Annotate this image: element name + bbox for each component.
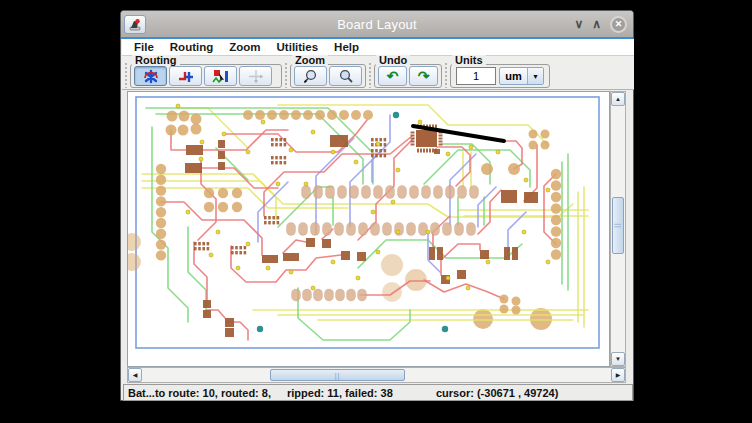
- undo-icon: ↶: [387, 69, 399, 83]
- toolbar-group-routing: Routing: [130, 64, 282, 88]
- maximize-button[interactable]: ∧: [592, 18, 601, 30]
- menu-utilities[interactable]: Utilities: [269, 41, 327, 53]
- toolbar-group-undo: Undo ↶ ↷: [374, 64, 442, 88]
- toolbar-group-zoom: Zoom: [290, 64, 366, 88]
- zoom-out-button[interactable]: [329, 66, 362, 86]
- menu-routing[interactable]: Routing: [162, 41, 221, 53]
- zoom-in-button[interactable]: [294, 66, 327, 86]
- units-value-field[interactable]: [456, 67, 496, 85]
- chevron-down-icon[interactable]: ▼: [527, 68, 543, 84]
- board-canvas[interactable]: [127, 91, 610, 367]
- window-title: Board Layout: [121, 17, 633, 32]
- vertical-scrollbar-thumb[interactable]: ||: [612, 197, 624, 254]
- toolbar-group-units: Units um ▼: [450, 64, 550, 88]
- scroll-right-button[interactable]: ▶: [611, 368, 625, 382]
- status-route-counts: Bat...to route: 10, routed: 8,: [128, 387, 271, 399]
- undo-button[interactable]: ↶: [378, 66, 407, 86]
- scroll-down-button[interactable]: ▼: [611, 352, 625, 366]
- toolbar-grip[interactable]: [124, 62, 129, 88]
- toolbar-grip[interactable]: [284, 62, 289, 88]
- toolbar-group-label: Undo: [376, 55, 410, 66]
- units-selected-value: um: [500, 68, 527, 84]
- menu-file[interactable]: File: [126, 41, 162, 53]
- close-button[interactable]: ✕: [610, 16, 627, 33]
- menu-help[interactable]: Help: [326, 41, 367, 53]
- vertical-scrollbar[interactable]: ▲ || ▼: [610, 91, 626, 367]
- toolbar-group-label: Units: [452, 55, 486, 66]
- scrollbar-grip: ||: [615, 223, 622, 229]
- interactive-route-button[interactable]: [169, 66, 202, 86]
- toolbar: Routing: [122, 56, 634, 90]
- desktop-background: Board Layout ∨ ∧ ✕ File Routing Zoom Uti…: [0, 0, 752, 423]
- scroll-left-button[interactable]: ◀: [128, 368, 142, 382]
- menu-bar: File Routing Zoom Utilities Help: [122, 39, 634, 56]
- board-layout-window: Board Layout ∨ ∧ ✕ File Routing Zoom Uti…: [120, 10, 634, 401]
- toolbar-group-label: Zoom: [292, 55, 328, 66]
- minimize-button[interactable]: ∨: [574, 18, 583, 30]
- horizontal-scrollbar-thumb[interactable]: ||: [270, 369, 405, 381]
- move-item-button[interactable]: [239, 66, 272, 86]
- title-bar[interactable]: Board Layout ∨ ∧ ✕: [121, 11, 633, 37]
- scroll-up-button[interactable]: ▲: [611, 92, 625, 106]
- toolbar-grip[interactable]: [368, 62, 373, 88]
- move-item-icon: [247, 69, 265, 84]
- pcb-layout-drawing: [128, 92, 610, 367]
- zoom-in-icon: [302, 69, 319, 84]
- autoroute-icon: [142, 69, 160, 84]
- interactive-route-icon: [177, 69, 195, 84]
- autoroute-button[interactable]: [134, 66, 167, 86]
- redo-icon: ↷: [418, 69, 430, 83]
- select-item-button[interactable]: [204, 66, 237, 86]
- status-cursor-position: cursor: (-30671 , 49724): [436, 387, 558, 399]
- status-bar: Bat...to route: 10, routed: 8, ripped: 1…: [123, 384, 633, 401]
- horizontal-scrollbar[interactable]: ◀ || ▶: [127, 367, 626, 383]
- status-ripped-failed: ripped: 11, failed: 38: [287, 387, 393, 399]
- menu-zoom[interactable]: Zoom: [221, 41, 268, 53]
- redo-button[interactable]: ↷: [409, 66, 438, 86]
- zoom-out-icon: [337, 69, 354, 84]
- toolbar-grip[interactable]: [444, 62, 449, 88]
- units-combobox[interactable]: um ▼: [499, 67, 544, 85]
- toolbar-group-label: Routing: [132, 55, 180, 66]
- select-item-icon: [212, 69, 230, 84]
- scrollbar-grip: ||: [335, 372, 341, 379]
